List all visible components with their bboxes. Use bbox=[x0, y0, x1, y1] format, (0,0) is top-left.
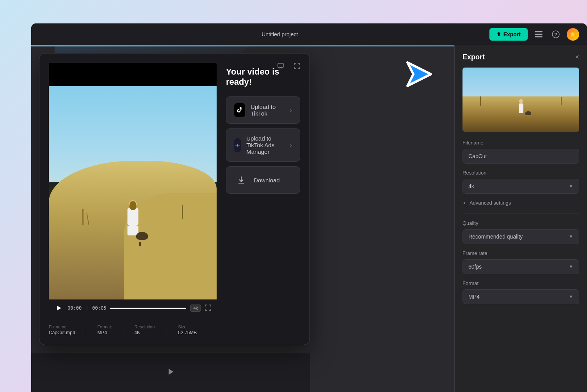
filename-input[interactable]: CapCut bbox=[462, 149, 579, 164]
feedback-icon[interactable] bbox=[274, 60, 287, 72]
download-label: Download bbox=[254, 177, 280, 184]
close-export-button[interactable]: × bbox=[575, 53, 579, 61]
person-body bbox=[127, 208, 138, 226]
format-select-value: MP4 bbox=[468, 294, 480, 300]
upload-tiktok-ads-label: Upload to TikTok Ads Manager bbox=[246, 135, 284, 155]
svg-rect-1 bbox=[535, 34, 543, 35]
svg-marker-6 bbox=[57, 306, 61, 310]
video-frame bbox=[49, 86, 217, 299]
resolution-select-value: 4k bbox=[468, 183, 474, 189]
resolution-field-label: Resolution bbox=[462, 170, 579, 176]
meta-divider-2 bbox=[123, 324, 123, 335]
current-time: 00:00 bbox=[68, 305, 82, 311]
thumb-person bbox=[519, 99, 523, 113]
resolution-select[interactable]: 4k ▼ bbox=[462, 179, 579, 194]
video-ready-modal: 00:00 | 00:05 4k bbox=[39, 53, 310, 345]
svg-rect-2 bbox=[535, 36, 543, 37]
format-meta: Format: MP4 bbox=[97, 324, 112, 335]
meta-divider-1 bbox=[86, 324, 86, 335]
tiktok-chevron: › bbox=[290, 107, 292, 114]
format-field-label: Format bbox=[462, 280, 579, 286]
tiktok-ads-chevron: › bbox=[290, 142, 292, 149]
export-panel-title: Export bbox=[462, 53, 485, 61]
person-head bbox=[129, 200, 137, 208]
video-preview: 00:00 | 00:05 4k bbox=[49, 63, 217, 335]
export-panel-header: Export × bbox=[462, 53, 579, 61]
help-icon[interactable]: ? bbox=[550, 28, 562, 41]
quality-select-value: Recommended quality bbox=[468, 233, 523, 240]
svg-text:?: ? bbox=[554, 32, 557, 37]
fullscreen-icon[interactable] bbox=[291, 60, 303, 72]
app-body: 00:00 | 00:05 4k bbox=[31, 45, 587, 392]
frame-rate-chevron-icon: ▼ bbox=[569, 264, 573, 269]
filename-field-label: Filename bbox=[462, 140, 579, 146]
frame-rate-select-value: 60fps bbox=[468, 264, 482, 270]
tiktok-ads-icon bbox=[234, 138, 241, 152]
video-ready-card: 00:00 | 00:05 4k bbox=[39, 53, 310, 345]
svg-marker-8 bbox=[169, 369, 173, 375]
download-button[interactable]: Download bbox=[226, 166, 300, 194]
menu-icon[interactable] bbox=[532, 28, 545, 41]
export-button[interactable]: ⬆ Export bbox=[489, 28, 528, 41]
tiktok-icon bbox=[234, 103, 245, 117]
card-top-icons bbox=[274, 60, 303, 72]
video-top-bar bbox=[49, 63, 217, 86]
quality-chevron-icon: ▼ bbox=[569, 234, 573, 239]
upload-tiktok-ads-button[interactable]: Upload to TikTok Ads Manager › bbox=[226, 128, 300, 162]
filename-value: CapCut.mp4 bbox=[49, 330, 75, 335]
svg-rect-0 bbox=[535, 31, 543, 32]
section-divider bbox=[462, 214, 579, 214]
fullscreen-btn[interactable] bbox=[205, 305, 211, 312]
advanced-settings-toggle[interactable]: ▲ Advanced settings bbox=[462, 200, 579, 206]
export-upload-icon: ⬆ bbox=[496, 31, 501, 37]
svg-rect-5 bbox=[278, 63, 283, 68]
format-select[interactable]: MP4 ▼ bbox=[462, 289, 579, 304]
download-icon bbox=[234, 173, 248, 187]
main-content: 00:00 | 00:05 4k bbox=[31, 45, 454, 392]
upload-tiktok-button[interactable]: Upload to TikTok › bbox=[226, 96, 300, 124]
play-button[interactable] bbox=[54, 303, 64, 313]
frame-rate-select[interactable]: 60fps ▼ bbox=[462, 259, 579, 274]
advanced-toggle-chevron: ▲ bbox=[462, 201, 466, 205]
thumb-dog bbox=[525, 111, 531, 115]
quality-badge[interactable]: 4k bbox=[190, 305, 201, 312]
top-bar: Untitled project ⬆ Export ? 🌟 bbox=[31, 23, 587, 45]
filename-meta: Filename: CapCut.mp4 bbox=[49, 324, 75, 335]
thumb-sky bbox=[462, 68, 579, 96]
format-value: MP4 bbox=[97, 330, 112, 335]
user-avatar[interactable]: 🌟 bbox=[567, 28, 579, 41]
video-scene bbox=[49, 86, 217, 299]
resolution-chevron-icon: ▼ bbox=[569, 184, 573, 189]
quality-select[interactable]: Recommended quality ▼ bbox=[462, 229, 579, 244]
resolution-meta: Resolution: 4K bbox=[134, 324, 156, 335]
format-label: Format: bbox=[97, 324, 112, 329]
upload-tiktok-label: Upload to TikTok bbox=[251, 103, 285, 117]
size-value: 52.75MB bbox=[178, 330, 197, 335]
timeline-play-button[interactable] bbox=[167, 368, 174, 378]
video-meta: Filename: CapCut.mp4 Format: MP4 bbox=[49, 321, 217, 335]
export-panel: Export × Filename CapC bbox=[454, 45, 587, 392]
app-window: Untitled project ⬆ Export ? 🌟 bbox=[31, 23, 587, 392]
top-bar-right: ⬆ Export ? 🌟 bbox=[489, 28, 579, 41]
person-figure bbox=[126, 200, 140, 235]
thumb-grass bbox=[480, 96, 481, 106]
progress-fill bbox=[110, 308, 186, 309]
export-preview-thumbnail bbox=[462, 68, 579, 132]
advanced-settings-label: Advanced settings bbox=[470, 200, 511, 206]
timeline-area bbox=[31, 353, 310, 392]
progress-bar[interactable] bbox=[110, 308, 186, 309]
thumb-grass2 bbox=[561, 97, 562, 105]
meta-divider-3 bbox=[167, 324, 167, 335]
project-title: Untitled project bbox=[261, 31, 298, 37]
quality-field-label: Quality bbox=[462, 220, 579, 226]
size-label: Size: bbox=[178, 324, 197, 329]
card-content: 00:00 | 00:05 4k bbox=[49, 63, 300, 335]
person-hair bbox=[129, 201, 136, 210]
frame-rate-field-label: Frame rate bbox=[462, 250, 579, 256]
actions-panel: Your video is ready! Upload to TikTok bbox=[226, 63, 300, 335]
video-controls: 00:00 | 00:05 4k bbox=[49, 299, 217, 317]
format-chevron-icon: ▼ bbox=[569, 294, 573, 299]
resolution-value: 4K bbox=[134, 330, 156, 335]
resolution-label: Resolution: bbox=[134, 324, 156, 329]
duration-time: 00:05 bbox=[92, 305, 106, 311]
